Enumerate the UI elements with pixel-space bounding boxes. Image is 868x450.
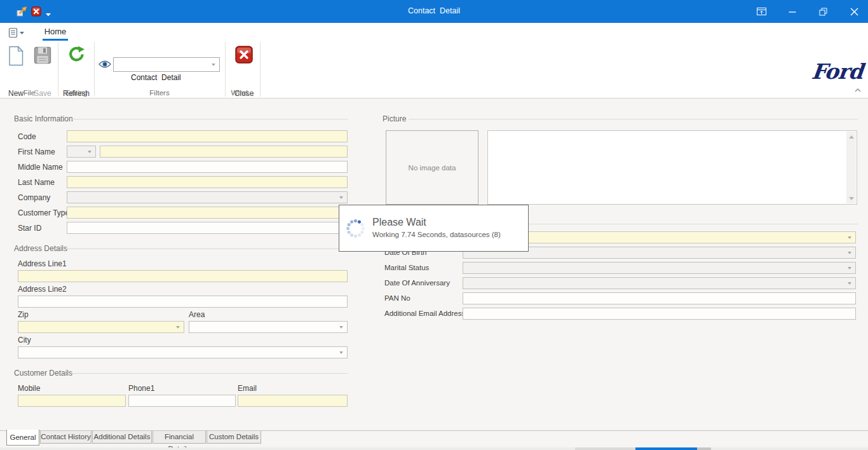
address-line2-label: Address Line2 (18, 285, 67, 294)
middle-name-label: Middle Name (18, 163, 63, 172)
group-label-editing: Editing (58, 89, 94, 97)
city-label: City (18, 336, 31, 344)
chevron-down-icon (176, 326, 180, 329)
chevron-down-icon (848, 252, 851, 254)
marital-status-combo[interactable] (463, 262, 856, 274)
ford-logo: Ford (806, 59, 868, 84)
save-floppy-icon (34, 46, 51, 66)
filter-combo-value: Contact Detail (131, 73, 181, 82)
scroll-down-icon[interactable] (846, 193, 856, 203)
basic-information-header: Basic Information (14, 114, 73, 123)
email-field[interactable] (238, 395, 348, 407)
code-field[interactable] (67, 130, 348, 142)
group-label-filters: Filters (94, 89, 225, 97)
company-label: Company (18, 193, 50, 202)
loading-progress-bar (0, 447, 868, 450)
chevron-down-icon (848, 282, 851, 285)
minimize-button[interactable] (780, 0, 805, 23)
additional-email-field[interactable] (463, 308, 856, 320)
tab-financial-details[interactable]: Financial Details (153, 431, 206, 444)
new-document-icon (7, 46, 25, 68)
restore-button[interactable] (810, 0, 836, 23)
date-of-anniversary-combo[interactable] (463, 277, 856, 289)
tab-custom-details[interactable]: Custom Details (207, 431, 261, 444)
ribbon-display-options-button[interactable] (749, 0, 774, 23)
new-button[interactable]: New (4, 44, 28, 86)
scroll-up-icon[interactable] (846, 132, 856, 142)
marital-status-label: Marital Status (384, 264, 429, 271)
zip-combo[interactable] (18, 321, 184, 333)
tab-home[interactable]: Home (41, 24, 70, 39)
address-line2-field[interactable] (18, 296, 348, 308)
code-label: Code (18, 132, 36, 141)
mobile-label: Mobile (18, 384, 40, 393)
refresh-icon (67, 46, 86, 66)
zip-label: Zip (18, 310, 29, 319)
address-line1-field[interactable] (18, 270, 348, 282)
picture-header: Picture (383, 114, 406, 123)
close-button[interactable] (841, 0, 867, 23)
progress-segment (575, 447, 635, 450)
scrollbar-vertical[interactable] (846, 132, 856, 203)
date-of-anniversary-label: Date Of Anniversary (384, 279, 450, 287)
please-wait-dialog: Please Wait Working 7.74 Seconds, dataso… (339, 205, 529, 252)
titlebar: Contact Detail (0, 0, 868, 23)
chevron-down-icon (848, 267, 851, 269)
filter-combo[interactable]: Contact Detail (113, 57, 220, 72)
no-image-text: No image data (409, 164, 456, 172)
eye-icon[interactable] (98, 60, 111, 71)
first-name-field[interactable] (100, 146, 348, 158)
refresh-button[interactable]: Refresh (62, 44, 90, 86)
address-line1-label: Address Line1 (18, 259, 67, 268)
phone1-label: Phone1 (128, 384, 154, 393)
app-menu-button[interactable] (8, 27, 25, 40)
additional-email-label: Additional Email Address (384, 310, 465, 317)
ribbon-separator (260, 42, 261, 97)
ribbon-collapse-chevron-icon[interactable] (855, 85, 861, 94)
chevron-down-icon (212, 64, 215, 66)
tab-home-underline (43, 39, 68, 41)
tab-additional-details[interactable]: Additional Details (92, 431, 152, 444)
section-line (71, 373, 348, 374)
mobile-field[interactable] (18, 395, 126, 407)
group-label-window: Wind... (225, 89, 260, 97)
close-red-icon (235, 46, 253, 65)
pan-no-label: PAN No (384, 294, 410, 302)
phone1-field[interactable] (128, 395, 236, 407)
customer-type-label: Customer Type (18, 208, 69, 217)
city-combo[interactable] (18, 346, 348, 358)
wait-dialog-message: Working 7.74 Seconds, datasources (8) (372, 231, 501, 238)
area-label: Area (189, 310, 205, 319)
tab-contact-history[interactable]: Contact History (40, 431, 92, 444)
first-name-label: First Name (18, 147, 55, 156)
chevron-down-icon (339, 326, 343, 329)
star-id-label: Star ID (18, 224, 41, 233)
star-id-field[interactable] (67, 222, 348, 234)
address-details-header: Address Details (14, 244, 67, 253)
tab-general[interactable]: General (6, 430, 39, 446)
contact-detail-window: Contact Detail Home New (0, 0, 868, 450)
area-combo[interactable] (189, 321, 348, 333)
last-name-label: Last Name (18, 178, 55, 187)
progress-segment-active (635, 447, 697, 450)
save-button[interactable]: Save (31, 44, 55, 86)
chevron-down-icon (88, 151, 92, 153)
loading-spinner-icon (346, 219, 365, 238)
window-title: Contact Detail (0, 6, 868, 15)
company-combo[interactable] (67, 191, 348, 203)
name-prefix-combo[interactable] (67, 146, 96, 158)
last-name-field[interactable] (67, 176, 348, 188)
group-label-file: File (6, 89, 52, 97)
progress-segment (697, 447, 711, 450)
middle-name-field[interactable] (67, 161, 348, 173)
email-label: Email (238, 384, 257, 393)
customer-details-header: Customer Details (14, 369, 72, 378)
notes-box[interactable] (487, 130, 857, 205)
picture-box[interactable]: No image data (386, 130, 478, 205)
section-line (66, 249, 348, 249)
wait-dialog-title: Please Wait (372, 217, 426, 228)
close-window-button[interactable]: Close (233, 44, 255, 86)
pan-no-field[interactable] (463, 292, 856, 304)
chevron-down-icon (848, 236, 851, 239)
customer-type-field[interactable] (67, 207, 348, 219)
